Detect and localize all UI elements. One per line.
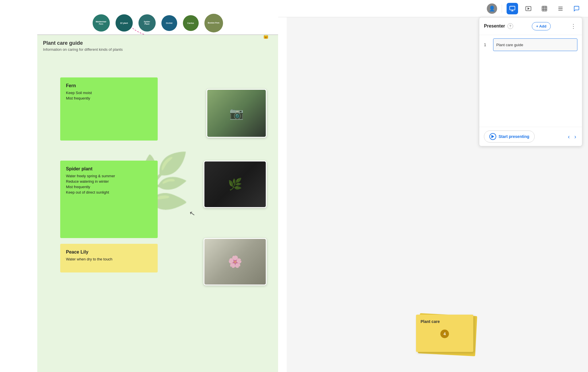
mindmap-area: MaidenhairFern ZZ plant SpiderPlant Orch…: [37, 0, 278, 34]
peace-card: Peace Lily Water when dry to the touch: [60, 244, 158, 272]
peace-name: Peace Lily: [66, 250, 152, 255]
mindmap-node-cactus: Cactus: [183, 15, 199, 31]
plant-photo-2: 🌿: [204, 161, 267, 208]
slide-content: 🔒 Plant care guide Information on caring…: [37, 34, 278, 372]
toolbar-comment-btn[interactable]: [571, 3, 582, 14]
spider-name: Spider plant: [66, 166, 152, 172]
presenter-add-btn[interactable]: + Add: [532, 22, 551, 30]
nav-prev-btn[interactable]: ‹: [567, 132, 571, 141]
plant-photo-3: 🌸: [204, 238, 267, 285]
sticky-note-label: Plant care: [421, 319, 469, 324]
spider-care-4: Keep out of direct sunlight: [66, 190, 152, 194]
presenter-help-btn[interactable]: ?: [507, 23, 513, 29]
slide-number-1: 1: [484, 42, 490, 47]
slide-header: Plant care guide Information on caring f…: [37, 35, 278, 54]
fern-care-1: Keep Soil moist: [66, 91, 152, 95]
sticky-note[interactable]: Plant care 4: [416, 315, 473, 352]
lock-icon: 🔒: [262, 34, 269, 39]
presenter-slide-item-1: 1 Plant care guide: [484, 38, 577, 51]
svg-rect-0: [510, 6, 515, 10]
toolbar-menu-btn[interactable]: [555, 3, 566, 14]
toolbar-slideshow-btn[interactable]: [523, 3, 534, 14]
mindmap-node-spider: SpiderPlant: [138, 14, 156, 32]
sticky-note-front: Plant care 4: [421, 319, 469, 338]
spider-card: Spider plant Water freely spring & summe…: [60, 161, 158, 238]
presenter-slide-list: 1 Plant care guide: [479, 35, 582, 127]
presenter-title: Presenter: [484, 24, 505, 29]
svg-rect-2: [542, 6, 547, 11]
toolbar-avatar[interactable]: 👤: [487, 3, 497, 14]
spider-care-2: Reduce watering in winter: [66, 179, 152, 184]
mindmap-node-zz: ZZ plant: [116, 14, 133, 32]
presenter-panel-header: Presenter ? + Add ⋮: [479, 17, 582, 35]
nav-arrows: ‹ ›: [567, 132, 577, 141]
canvas-area: MaidenhairFern ZZ plant SpiderPlant Orch…: [0, 0, 287, 372]
plant-photo-1: 📷: [206, 89, 267, 138]
presenter-title-group: Presenter ?: [484, 23, 513, 29]
spider-care-1: Water freely spring & summer: [66, 174, 152, 178]
play-icon: [489, 133, 496, 140]
slide-preview-text-1: Plant care guide: [496, 43, 523, 47]
spider-care-3: Mist frequently: [66, 185, 152, 189]
slide-title: Plant care guide: [43, 40, 272, 46]
presenter-panel: Presenter ? + Add ⋮ 1 Plant care guide S…: [479, 17, 582, 146]
slide-preview-box-1[interactable]: Plant care guide: [493, 38, 577, 51]
toolbar-presenter-btn[interactable]: [507, 3, 518, 14]
cursor-indicator: ↖: [189, 209, 196, 218]
start-presenting-btn[interactable]: Start presenting: [484, 131, 535, 143]
fern-care-2: Mist frequently: [66, 96, 152, 100]
nav-next-btn[interactable]: ›: [573, 132, 577, 141]
peace-care-1: Water when dry to the touch: [66, 257, 152, 261]
toolbar-export-btn[interactable]: [539, 3, 550, 14]
plant-photo-1-placeholder: 📷: [207, 90, 266, 137]
presenter-more-btn[interactable]: ⋮: [569, 22, 577, 31]
mindmap-node-boston-fem: Boston Fem: [204, 14, 223, 32]
start-presenting-label: Start presenting: [499, 134, 529, 139]
fern-card: Fern Keep Soil moist Mist frequently: [60, 77, 158, 141]
slide-body: 🌿 Fern Keep Soil moist Mist frequently S…: [37, 54, 278, 369]
fern-name: Fern: [66, 83, 152, 88]
top-toolbar: 👤: [278, 0, 588, 17]
sticky-note-count: 4: [440, 330, 449, 338]
mindmap-node-maidenhair: MaidenhairFern: [93, 14, 110, 32]
plant-photo-3-placeholder: 🌸: [204, 239, 266, 285]
plant-photo-2-placeholder: 🌿: [204, 161, 266, 207]
presenter-bottom: Start presenting ‹ ›: [479, 127, 582, 146]
slide-subtitle: Information on caring for different kind…: [43, 47, 272, 52]
mindmap-node-orchid: Orchid: [161, 15, 177, 31]
toolbar-divider-1: [502, 5, 502, 13]
mindmap-nodes: MaidenhairFern ZZ plant SpiderPlant Orch…: [93, 14, 223, 32]
